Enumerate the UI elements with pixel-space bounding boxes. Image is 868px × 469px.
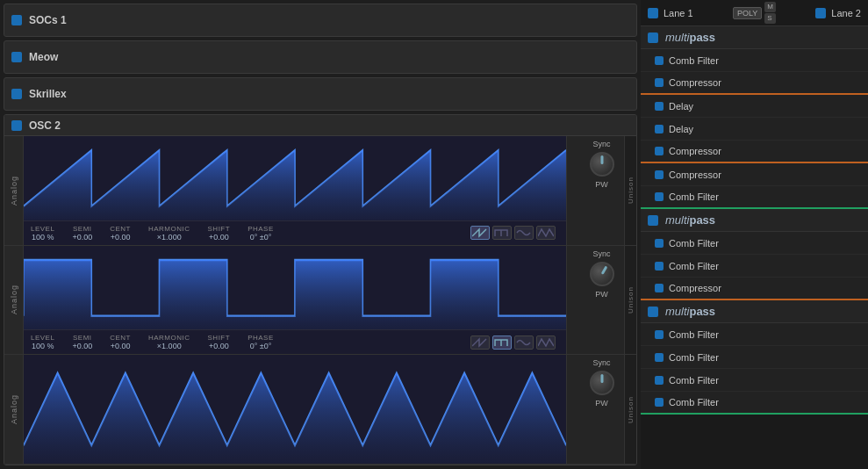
param-label: SHIFT	[208, 225, 231, 233]
osc-label-text-1: Analog	[10, 176, 18, 206]
effect-dot	[655, 192, 664, 201]
lane2-label: Lane 2	[831, 8, 861, 18]
param-label: LEVEL	[31, 225, 54, 233]
effect-label: Comb Filter	[669, 191, 719, 202]
wave-btn-triangle[interactable]	[536, 226, 556, 240]
effect-delay-1[interactable]: Delay	[641, 95, 868, 118]
effect-label: Comb Filter	[669, 55, 719, 66]
param-value: ×1.000	[157, 233, 182, 242]
track-dot	[11, 52, 22, 62]
param-phase-1: PHASE 0° ±0°	[247, 225, 274, 242]
osc-label-1: Analog	[4, 136, 24, 245]
effect-compressor-3[interactable]: Compressor	[641, 163, 868, 186]
waveform-canvas-1	[24, 136, 566, 220]
param-semi-1: SEMI +0.00	[72, 225, 92, 242]
param-value: 0° ±0°	[250, 342, 272, 350]
track-item-skrillex[interactable]: Skrillex	[4, 77, 637, 111]
effect-comb-filter-1[interactable]: Comb Filter	[641, 49, 868, 72]
effect-dot	[655, 147, 664, 155]
osc-section: OSC 2 Analog	[4, 114, 637, 465]
param-value: +0.00	[209, 233, 229, 242]
param-label: SHIFT	[208, 334, 231, 342]
pw-knob-1[interactable]	[590, 152, 614, 177]
track-dot	[11, 89, 22, 99]
wave-btn-sine-2[interactable]	[514, 336, 534, 350]
param-label: SEMI	[73, 334, 92, 342]
wave-btn-triangle-2[interactable]	[536, 336, 556, 350]
osc-right-controls-2: Sync PW Unison	[566, 246, 636, 355]
unison-bar-2: Unison	[624, 246, 636, 355]
effect-label: Delay	[669, 124, 693, 134]
effect-comb-filter-6[interactable]: Comb Filter	[641, 346, 868, 369]
param-label: CENT	[110, 225, 131, 233]
ms-badges: M S	[764, 2, 776, 24]
effect-comb-filter-2[interactable]: Comb Filter	[641, 186, 868, 209]
param-value: +0.00	[111, 342, 131, 350]
osc-dot	[11, 120, 22, 131]
wave-btn-sine[interactable]	[514, 226, 534, 240]
wave-btn-saw[interactable]	[470, 226, 490, 240]
wave-btn-saw-2[interactable]	[470, 336, 490, 350]
effect-comb-filter-4[interactable]: Comb Filter	[641, 255, 868, 278]
wave-btn-square[interactable]	[492, 226, 512, 240]
pw-label-1: PW	[595, 180, 608, 189]
left-panel: SOCs 1 Meow Skrillex OSC 2 Analog	[0, 0, 641, 469]
effect-comb-filter-5[interactable]: Comb Filter	[641, 323, 868, 346]
param-shift-2: SHIFT +0.00	[208, 334, 231, 350]
param-value: +0.00	[209, 342, 229, 350]
effect-dot	[655, 125, 664, 133]
param-value: 100 %	[32, 342, 54, 350]
m-badge[interactable]: M	[764, 2, 776, 12]
effect-compressor-1[interactable]: Compressor	[641, 72, 868, 95]
right-top-bar: Lane 1 POLY M S Lane 2	[641, 0, 868, 26]
effect-compressor-2[interactable]: Compressor	[641, 141, 868, 163]
param-phase-2: PHASE 0° ±0°	[247, 334, 274, 350]
mp-title-1: multipass	[665, 31, 715, 44]
effect-label: Comb Filter	[669, 238, 719, 249]
track-item-socs[interactable]: SOCs 1	[4, 4, 637, 37]
unison-label-1: Unison	[627, 177, 635, 204]
osc-row-1: Analog	[4, 136, 636, 246]
wave-btn-square-2[interactable]	[492, 336, 512, 350]
effect-delay-2[interactable]: Delay	[641, 118, 868, 141]
effect-comb-filter-7[interactable]: Comb Filter	[641, 369, 868, 392]
osc-right-controls-1: Sync PW Unison	[566, 136, 636, 245]
lane2-item[interactable]: Lane 2	[815, 8, 861, 18]
effect-compressor-4[interactable]: Compressor	[641, 278, 868, 300]
lane1-item[interactable]: Lane 1	[648, 8, 693, 18]
waveform-shapes-1[interactable]	[470, 226, 556, 240]
effect-dot	[655, 284, 664, 292]
mp-dot-3	[648, 307, 658, 317]
osc-label-3: Analog	[4, 355, 24, 464]
osc-params-1: LEVEL 100 % SEMI +0.00 CENT +0.00 HARM	[24, 220, 566, 245]
pw-label-2: PW	[595, 290, 608, 299]
unison-bar-3: Unison	[624, 355, 636, 464]
track-item-meow[interactable]: Meow	[4, 40, 637, 74]
effect-dot	[655, 262, 664, 271]
effect-dot	[655, 239, 664, 248]
pw-knob-2[interactable]	[590, 262, 614, 286]
effect-label: Comb Filter	[669, 397, 719, 408]
effect-comb-filter-3[interactable]: Comb Filter	[641, 232, 868, 255]
effect-dot	[655, 56, 664, 65]
param-label: SEMI	[73, 225, 92, 233]
s-badge[interactable]: S	[764, 13, 776, 24]
pw-knob-3[interactable]	[590, 371, 614, 395]
effect-comb-filter-8[interactable]: Comb Filter	[641, 392, 868, 415]
waveform-shapes-2[interactable]	[470, 336, 556, 350]
right-content: multipass Comb Filter Compressor Delay D…	[641, 26, 868, 469]
effect-label: Compressor	[669, 77, 721, 88]
mp-dot-1	[648, 32, 658, 43]
effect-label: Comb Filter	[669, 261, 719, 271]
effect-dot	[655, 398, 664, 407]
osc-label-2: Analog	[4, 246, 24, 355]
param-harmonic-1: HARMONIC ×1.000	[148, 225, 190, 242]
poly-badge[interactable]: POLY	[733, 7, 762, 19]
param-value: +0.00	[111, 233, 131, 242]
unison-label-3: Unison	[627, 396, 635, 423]
lane1-label: Lane 1	[664, 8, 693, 18]
track-name: Skrillex	[29, 88, 67, 100]
effect-dot	[655, 330, 664, 339]
osc-label-text-3: Analog	[10, 394, 18, 424]
effect-dot	[655, 102, 664, 111]
